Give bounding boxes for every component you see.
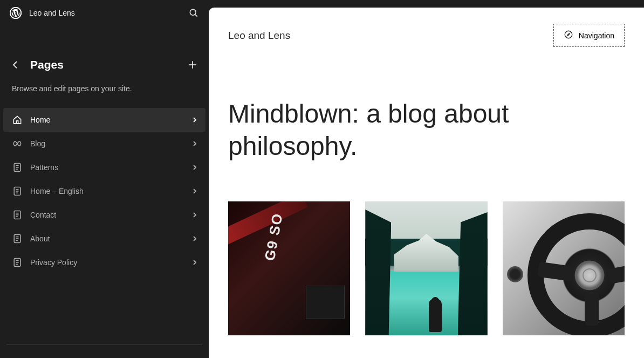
wordpress-logo-icon[interactable] bbox=[10, 7, 22, 19]
page-list: HomeBlogPatternsHome – EnglishContactAbo… bbox=[0, 108, 209, 274]
chevron-right-icon bbox=[193, 140, 197, 147]
page-item-left: Contact bbox=[12, 210, 56, 220]
svg-marker-26 bbox=[567, 33, 570, 36]
sidebar-header-left: Pages bbox=[10, 58, 64, 71]
page-icon bbox=[12, 162, 23, 173]
site-name[interactable]: Leo and Lens bbox=[29, 9, 75, 17]
post-thumbnail[interactable]: G9 SO ▪▪▪▪▪▪▪▪▪▪▪▪▪▪▪ bbox=[228, 201, 350, 335]
chevron-right-icon bbox=[193, 188, 197, 194]
page-item-blog[interactable]: Blog bbox=[3, 132, 205, 156]
loop-icon bbox=[12, 138, 23, 149]
page-item-label: Home bbox=[30, 116, 50, 124]
page-icon bbox=[12, 210, 23, 220]
page-item-label: Contact bbox=[30, 211, 56, 219]
search-icon[interactable] bbox=[188, 8, 199, 18]
chevron-right-icon bbox=[193, 117, 197, 123]
home-icon bbox=[12, 114, 23, 125]
chevron-right-icon bbox=[193, 212, 197, 218]
sidebar-topbar: Leo and Lens bbox=[0, 0, 209, 26]
chevron-right-icon bbox=[193, 164, 197, 171]
chevron-right-icon bbox=[193, 259, 197, 266]
page-item-label: About bbox=[30, 234, 50, 243]
page-item-privacy-policy[interactable]: Privacy Policy bbox=[3, 251, 205, 274]
sidebar-description: Browse and edit pages on your site. bbox=[0, 84, 209, 93]
page-item-home-english[interactable]: Home – English bbox=[3, 179, 205, 203]
sidebar-top-left: Leo and Lens bbox=[10, 7, 75, 19]
page-item-label: Blog bbox=[30, 139, 45, 148]
page-icon bbox=[12, 233, 23, 244]
sidebar-title: Pages bbox=[30, 58, 64, 71]
page-item-left: About bbox=[12, 233, 50, 244]
page-item-left: Home bbox=[12, 114, 50, 125]
page-item-label: Home – English bbox=[30, 187, 84, 195]
post-thumbnail[interactable] bbox=[365, 201, 487, 335]
page-item-left: Home – English bbox=[12, 186, 84, 197]
page-item-patterns[interactable]: Patterns bbox=[3, 156, 205, 179]
page-item-left: Blog bbox=[12, 138, 45, 149]
chevron-right-icon bbox=[193, 235, 197, 242]
preview-site-title[interactable]: Leo and Lens bbox=[228, 30, 290, 42]
add-page-button[interactable] bbox=[186, 58, 199, 71]
sidebar: Leo and Lens Pages Browse and edit pages… bbox=[0, 0, 209, 358]
page-icon bbox=[12, 186, 23, 197]
compass-icon bbox=[564, 30, 573, 41]
page-item-label: Patterns bbox=[30, 163, 58, 172]
svg-point-1 bbox=[190, 9, 196, 15]
hero-title[interactable]: Mindblown: a blog about philosophy. bbox=[209, 98, 597, 163]
sidebar-divider bbox=[6, 345, 202, 345]
page-icon bbox=[12, 257, 23, 268]
preview-canvas: Leo and Lens Navigation Mindblown: a blo… bbox=[209, 8, 644, 358]
page-item-label: Privacy Policy bbox=[30, 258, 77, 267]
back-chevron-icon[interactable] bbox=[10, 60, 20, 69]
page-item-contact[interactable]: Contact bbox=[3, 203, 205, 227]
preview-header: Leo and Lens Navigation bbox=[209, 8, 644, 52]
page-item-left: Privacy Policy bbox=[12, 257, 77, 268]
post-thumbnail[interactable] bbox=[503, 201, 625, 335]
page-item-about[interactable]: About bbox=[3, 227, 205, 251]
svg-line-2 bbox=[195, 15, 197, 17]
navigation-placeholder[interactable]: Navigation bbox=[553, 24, 625, 47]
posts-grid: G9 SO ▪▪▪▪▪▪▪▪▪▪▪▪▪▪▪ bbox=[209, 201, 644, 335]
sidebar-header: Pages bbox=[0, 58, 209, 71]
navigation-label: Navigation bbox=[579, 31, 614, 40]
page-item-left: Patterns bbox=[12, 162, 58, 173]
page-item-home[interactable]: Home bbox=[3, 108, 205, 132]
